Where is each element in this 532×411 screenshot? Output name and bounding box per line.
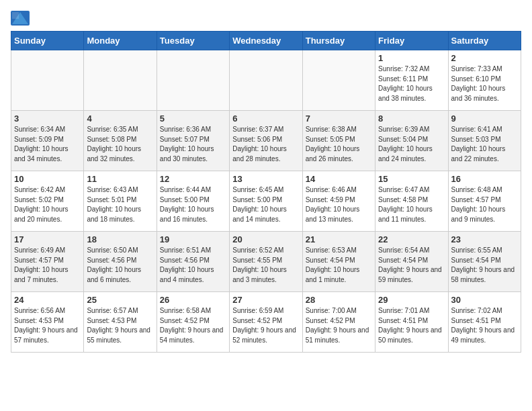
day-number: 16 — [451, 174, 518, 184]
calendar-day-6: 6Sunrise: 6:37 AMSunset: 5:06 PMDaylight… — [230, 111, 302, 171]
day-number: 21 — [306, 234, 372, 244]
day-number: 29 — [378, 295, 445, 305]
day-info: Sunrise: 6:42 AMSunset: 5:02 PMDaylight:… — [14, 185, 81, 224]
day-info: Sunrise: 6:49 AMSunset: 4:57 PMDaylight:… — [14, 246, 81, 285]
day-number: 19 — [160, 234, 226, 244]
day-number: 26 — [160, 295, 226, 305]
day-info: Sunrise: 6:34 AMSunset: 5:09 PMDaylight:… — [14, 125, 81, 164]
day-number: 5 — [160, 113, 226, 124]
weekday-header-wednesday: Wednesday — [230, 32, 302, 50]
day-info: Sunrise: 7:33 AMSunset: 6:10 PMDaylight:… — [451, 64, 518, 103]
calendar-week-row: 3Sunrise: 6:34 AMSunset: 5:09 PMDaylight… — [11, 111, 521, 171]
calendar-day-empty — [230, 50, 302, 111]
day-info: Sunrise: 6:45 AMSunset: 5:00 PMDaylight:… — [232, 185, 299, 224]
day-info: Sunrise: 6:57 AMSunset: 4:53 PMDaylight:… — [87, 306, 153, 345]
day-info: Sunrise: 6:50 AMSunset: 4:56 PMDaylight:… — [87, 246, 153, 285]
day-number: 7 — [306, 113, 372, 124]
day-number: 12 — [160, 174, 226, 184]
day-number: 6 — [232, 113, 299, 124]
day-number: 1 — [378, 53, 445, 63]
calendar-day-2: 2Sunrise: 7:33 AMSunset: 6:10 PMDaylight… — [448, 50, 521, 111]
calendar-week-row: 17Sunrise: 6:49 AMSunset: 4:57 PMDayligh… — [11, 232, 521, 292]
day-info: Sunrise: 6:52 AMSunset: 4:55 PMDaylight:… — [232, 246, 299, 285]
day-info: Sunrise: 7:01 AMSunset: 4:51 PMDaylight:… — [378, 306, 445, 345]
day-number: 23 — [451, 234, 518, 244]
calendar-day-8: 8Sunrise: 6:39 AMSunset: 5:04 PMDaylight… — [375, 111, 448, 171]
calendar-day-26: 26Sunrise: 6:58 AMSunset: 4:52 PMDayligh… — [157, 292, 229, 353]
weekday-header-sunday: Sunday — [11, 32, 84, 50]
calendar-day-23: 23Sunrise: 6:55 AMSunset: 4:54 PMDayligh… — [448, 232, 521, 292]
calendar-day-29: 29Sunrise: 7:01 AMSunset: 4:51 PMDayligh… — [375, 292, 448, 353]
calendar-day-28: 28Sunrise: 7:00 AMSunset: 4:52 PMDayligh… — [302, 292, 375, 353]
day-info: Sunrise: 6:43 AMSunset: 5:01 PMDaylight:… — [87, 185, 153, 224]
calendar-day-7: 7Sunrise: 6:38 AMSunset: 5:05 PMDaylight… — [302, 111, 375, 171]
day-info: Sunrise: 6:53 AMSunset: 4:54 PMDaylight:… — [306, 246, 372, 285]
calendar-day-empty — [11, 50, 84, 111]
calendar-table: SundayMondayTuesdayWednesdayThursdayFrid… — [11, 31, 521, 353]
day-number: 11 — [87, 174, 153, 184]
weekday-header-thursday: Thursday — [302, 32, 375, 50]
day-info: Sunrise: 6:38 AMSunset: 5:05 PMDaylight:… — [306, 125, 372, 164]
day-number: 2 — [451, 53, 518, 63]
day-info: Sunrise: 6:47 AMSunset: 4:58 PMDaylight:… — [378, 185, 445, 224]
calendar-day-10: 10Sunrise: 6:42 AMSunset: 5:02 PMDayligh… — [11, 171, 84, 232]
day-info: Sunrise: 6:56 AMSunset: 4:53 PMDaylight:… — [14, 306, 81, 345]
day-number: 14 — [306, 174, 372, 184]
day-info: Sunrise: 6:41 AMSunset: 5:03 PMDaylight:… — [451, 125, 518, 164]
day-info: Sunrise: 6:48 AMSunset: 4:57 PMDaylight:… — [451, 185, 518, 224]
calendar-day-empty — [302, 50, 375, 111]
day-number: 28 — [306, 295, 372, 305]
day-number: 17 — [14, 234, 81, 244]
day-number: 4 — [87, 113, 153, 124]
day-number: 18 — [87, 234, 153, 244]
day-number: 30 — [451, 295, 518, 305]
day-number: 3 — [14, 113, 81, 124]
calendar-day-25: 25Sunrise: 6:57 AMSunset: 4:53 PMDayligh… — [84, 292, 157, 353]
weekday-header-row: SundayMondayTuesdayWednesdayThursdayFrid… — [11, 32, 521, 50]
weekday-header-saturday: Saturday — [448, 32, 521, 50]
calendar-day-15: 15Sunrise: 6:47 AMSunset: 4:58 PMDayligh… — [375, 171, 448, 232]
day-number: 13 — [232, 174, 299, 184]
day-number: 20 — [232, 234, 299, 244]
calendar-day-21: 21Sunrise: 6:53 AMSunset: 4:54 PMDayligh… — [302, 232, 375, 292]
calendar-day-13: 13Sunrise: 6:45 AMSunset: 5:00 PMDayligh… — [230, 171, 302, 232]
day-number: 22 — [378, 234, 445, 244]
day-info: Sunrise: 6:37 AMSunset: 5:06 PMDaylight:… — [232, 125, 299, 164]
logo — [11, 11, 32, 26]
day-info: Sunrise: 6:51 AMSunset: 4:56 PMDaylight:… — [160, 246, 226, 285]
day-info: Sunrise: 6:58 AMSunset: 4:52 PMDaylight:… — [160, 306, 226, 345]
calendar-day-24: 24Sunrise: 6:56 AMSunset: 4:53 PMDayligh… — [11, 292, 84, 353]
day-info: Sunrise: 6:46 AMSunset: 4:59 PMDaylight:… — [306, 185, 372, 224]
day-info: Sunrise: 6:35 AMSunset: 5:08 PMDaylight:… — [87, 125, 153, 164]
day-info: Sunrise: 7:32 AMSunset: 6:11 PMDaylight:… — [378, 64, 445, 103]
day-info: Sunrise: 7:00 AMSunset: 4:52 PMDaylight:… — [306, 306, 372, 345]
weekday-header-tuesday: Tuesday — [157, 32, 229, 50]
calendar-day-17: 17Sunrise: 6:49 AMSunset: 4:57 PMDayligh… — [11, 232, 84, 292]
header-area — [11, 11, 521, 26]
calendar-day-18: 18Sunrise: 6:50 AMSunset: 4:56 PMDayligh… — [84, 232, 157, 292]
logo-icon — [11, 11, 30, 26]
svg-rect-2 — [12, 12, 19, 19]
day-number: 15 — [378, 174, 445, 184]
calendar-day-27: 27Sunrise: 6:59 AMSunset: 4:52 PMDayligh… — [230, 292, 302, 353]
calendar-day-22: 22Sunrise: 6:54 AMSunset: 4:54 PMDayligh… — [375, 232, 448, 292]
calendar-week-row: 10Sunrise: 6:42 AMSunset: 5:02 PMDayligh… — [11, 171, 521, 232]
day-number: 10 — [14, 174, 81, 184]
day-info: Sunrise: 6:44 AMSunset: 5:00 PMDaylight:… — [160, 185, 226, 224]
calendar-day-5: 5Sunrise: 6:36 AMSunset: 5:07 PMDaylight… — [157, 111, 229, 171]
calendar-week-row: 1Sunrise: 7:32 AMSunset: 6:11 PMDaylight… — [11, 50, 521, 111]
calendar-day-3: 3Sunrise: 6:34 AMSunset: 5:09 PMDaylight… — [11, 111, 84, 171]
day-info: Sunrise: 6:36 AMSunset: 5:07 PMDaylight:… — [160, 125, 226, 164]
weekday-header-friday: Friday — [375, 32, 448, 50]
calendar-day-empty — [157, 50, 229, 111]
day-number: 8 — [378, 113, 445, 124]
calendar-day-9: 9Sunrise: 6:41 AMSunset: 5:03 PMDaylight… — [448, 111, 521, 171]
day-info: Sunrise: 6:55 AMSunset: 4:54 PMDaylight:… — [451, 246, 518, 285]
calendar-day-12: 12Sunrise: 6:44 AMSunset: 5:00 PMDayligh… — [157, 171, 229, 232]
day-info: Sunrise: 7:02 AMSunset: 4:51 PMDaylight:… — [451, 306, 518, 345]
calendar-day-16: 16Sunrise: 6:48 AMSunset: 4:57 PMDayligh… — [448, 171, 521, 232]
calendar-day-14: 14Sunrise: 6:46 AMSunset: 4:59 PMDayligh… — [302, 171, 375, 232]
day-number: 25 — [87, 295, 153, 305]
calendar-day-20: 20Sunrise: 6:52 AMSunset: 4:55 PMDayligh… — [230, 232, 302, 292]
day-number: 24 — [14, 295, 81, 305]
